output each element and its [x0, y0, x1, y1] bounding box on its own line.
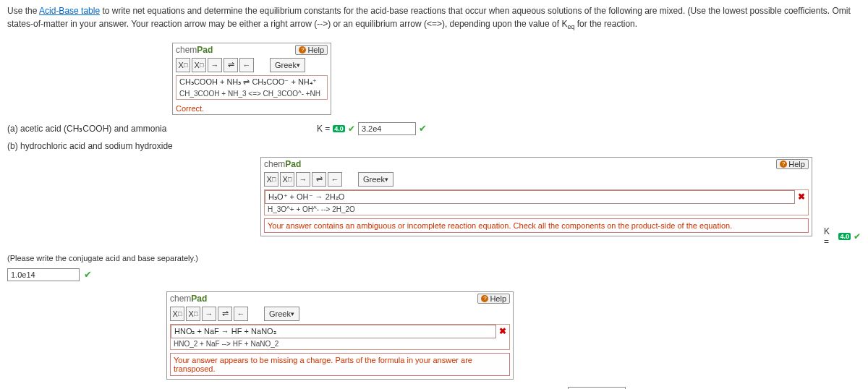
check-icon: ✔ — [419, 123, 427, 134]
chempad-b: chemPad ?Help X□ X□ → ⇌ ← Greek H₃O⁺ + O… — [260, 157, 812, 236]
k-value-input[interactable]: 3.2e4 — [358, 122, 416, 135]
feedback-error: Your answer contains an ambiguous or inc… — [264, 218, 809, 233]
superscript-button[interactable]: X□ — [280, 172, 294, 187]
equation-raw-input[interactable]: CH_3COOH + NH_3 <=> CH_3COO^- +NH — [176, 88, 327, 99]
help-button[interactable]: ?Help — [295, 45, 328, 55]
equilibrium-arrow-button[interactable]: ⇌ — [224, 58, 238, 72]
equilibrium-arrow-button[interactable]: ⇌ — [312, 172, 326, 187]
superscript-button[interactable]: X□ — [192, 58, 206, 72]
equation-rendered-input[interactable]: CH₃COOH + NH₃ ⇌ CH₃COO⁻ + NH₄⁺ — [176, 76, 327, 88]
intro-tail: for the reaction. — [574, 19, 637, 29]
greek-dropdown[interactable]: Greek — [264, 307, 299, 321]
part-a-label: (a) acetic acid (CH₃COOH) and ammonia — [7, 124, 311, 134]
feedback-error: Your answer appears to be missing a char… — [170, 353, 510, 376]
equation-rendered-input[interactable]: H₃O⁺ + OH⁻ → 2H₂O — [265, 190, 795, 204]
chempad-title: chemPad — [264, 159, 301, 169]
acid-base-table-link[interactable]: Acid-Base table — [39, 6, 100, 16]
k-label: K = — [317, 124, 330, 134]
equilibrium-arrow-button[interactable]: ⇌ — [218, 307, 232, 321]
right-arrow-button[interactable]: → — [208, 58, 222, 72]
score-badge: 4.0 — [838, 233, 851, 240]
equation-raw-input[interactable]: HNO_2 + NaF --> HF + NaNO_2 — [171, 338, 509, 349]
toolbar: X□ X□ → ⇌ ← Greek — [167, 305, 513, 322]
chempad-title: chemPad — [170, 294, 207, 304]
chempad-a: chemPad ?Help X□ X□ → ⇌ ← Greek CH₃COOH … — [172, 43, 331, 115]
help-icon: ? — [299, 46, 306, 54]
feedback-correct: Correct. — [173, 103, 331, 114]
part-b-note: (Please write the conjugate acid and bas… — [7, 254, 198, 262]
toolbar: X□ X□ → ⇌ ← Greek — [261, 171, 812, 188]
check-icon: ✔ — [84, 269, 92, 280]
intro-sub: eq — [567, 23, 574, 30]
help-button[interactable]: ?Help — [776, 159, 809, 169]
equation-rendered-input[interactable]: HNO₂ + NaF → HF + NaNO₂ — [171, 325, 496, 338]
chempad-c: chemPad ?Help X□ X□ → ⇌ ← Greek HNO₂ + N… — [166, 291, 514, 380]
part-b-label: (b) hydrochloric acid and sodium hydroxi… — [7, 141, 173, 151]
k-value-input-b[interactable]: 1.0e14 — [7, 268, 80, 281]
help-icon: ? — [780, 161, 787, 168]
superscript-button[interactable]: X□ — [186, 307, 200, 321]
greek-dropdown[interactable]: Greek — [358, 172, 393, 187]
instructions: Use the Acid-Base table to write net equ… — [7, 4, 861, 33]
help-icon: ? — [481, 295, 488, 302]
intro-pre: Use the — [7, 6, 39, 16]
greek-dropdown[interactable]: Greek — [270, 58, 305, 72]
help-button[interactable]: ?Help — [477, 294, 510, 304]
right-arrow-button[interactable]: → — [296, 172, 310, 187]
left-arrow-button[interactable]: ← — [239, 58, 254, 72]
right-arrow-button[interactable]: → — [202, 307, 216, 321]
subscript-button[interactable]: X□ — [176, 58, 190, 72]
k-label: K = — [824, 226, 836, 247]
toolbar: X□ X□ → ⇌ ← Greek — [173, 56, 331, 74]
score-badge: 4.0 — [333, 125, 345, 132]
left-arrow-button[interactable]: ← — [234, 307, 248, 321]
subscript-button[interactable]: X□ — [264, 172, 278, 187]
chempad-title: chemPad — [176, 45, 213, 55]
clear-icon[interactable]: ✖ — [795, 192, 808, 202]
equation-raw-input[interactable]: H_3O^+ + OH^- --> 2H_2O — [265, 204, 808, 215]
clear-icon[interactable]: ✖ — [496, 326, 509, 336]
subscript-button[interactable]: X□ — [170, 307, 184, 321]
intro-post: to write net equations and determine the… — [7, 6, 851, 29]
left-arrow-button[interactable]: ← — [328, 172, 342, 187]
